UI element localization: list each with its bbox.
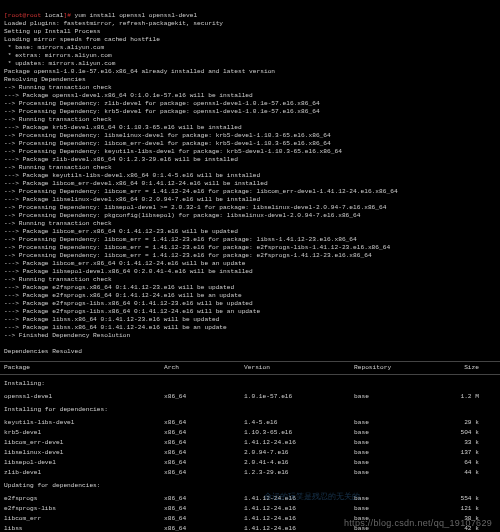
table-row: libcom_err-develx86_641.41.12-24.el6base… xyxy=(0,438,500,448)
cell-size: 554 k xyxy=(424,494,479,504)
col-package: Package xyxy=(4,363,164,373)
cell-ver: 1.41.12-24.el6 xyxy=(244,438,354,448)
cell-pkg: keyutils-libs-devel xyxy=(4,418,164,428)
cell-repo: base xyxy=(354,392,424,402)
cell-ver: 2.0.41-4.el6 xyxy=(244,458,354,468)
installing-deps-label: Installing for dependencies: xyxy=(0,402,500,418)
cell-size: 33 k xyxy=(424,438,479,448)
installing-label: Installing: xyxy=(0,376,500,392)
table-row: e2fsprogsx86_641.41.12-24.el6base554 k xyxy=(0,494,500,504)
cell-size: 504 k xyxy=(424,428,479,438)
cell-pkg: openssl-devel xyxy=(4,392,164,402)
cell-ver: 2.0.94-7.el6 xyxy=(244,448,354,458)
table-row: keyutils-libs-develx86_641.4-5.el6base29… xyxy=(0,418,500,428)
col-arch: Arch xyxy=(164,363,244,373)
cell-pkg: krb5-devel xyxy=(4,428,164,438)
cell-ver: 1.41.12-24.el6 xyxy=(244,524,354,532)
cell-repo: base xyxy=(354,504,424,514)
prompt: [root@root local]# yum install openssl o… xyxy=(4,12,197,19)
cell-arch: x86_64 xyxy=(164,448,244,458)
cell-repo: base xyxy=(354,438,424,448)
cell-repo: base xyxy=(354,418,424,428)
cell-arch: x86_64 xyxy=(164,514,244,524)
table-header-rule xyxy=(0,374,500,375)
cell-size: 137 k xyxy=(424,448,479,458)
cell-repo: base xyxy=(354,458,424,468)
cell-arch: x86_64 xyxy=(164,418,244,428)
cell-size: 1.2 M xyxy=(424,392,479,402)
cell-arch: x86_64 xyxy=(164,468,244,478)
cell-arch: x86_64 xyxy=(164,494,244,504)
dependency-output: Loaded plugins: fastestmirror, refresh-p… xyxy=(4,20,496,356)
cell-repo: base xyxy=(354,494,424,504)
col-size: Size xyxy=(424,363,479,373)
cell-size: 64 k xyxy=(424,458,479,468)
cell-pkg: libss xyxy=(4,524,164,532)
cell-repo: base xyxy=(354,468,424,478)
cell-pkg: zlib-devel xyxy=(4,468,164,478)
watermark-url: https://blog.csdn.net/qq_19107629 xyxy=(344,518,492,528)
cell-pkg: e2fsprogs xyxy=(4,494,164,504)
cell-ver: 1.41.12-24.el6 xyxy=(244,514,354,524)
table-row: libselinux-develx86_642.0.94-7.el6base13… xyxy=(0,448,500,458)
cell-arch: x86_64 xyxy=(164,458,244,468)
table-header: Package Arch Version Repository Size xyxy=(0,363,500,373)
table-top-rule xyxy=(0,361,500,362)
table-row: zlib-develx86_641.2.3-29.el6base44 k xyxy=(0,468,500,478)
cell-arch: x86_64 xyxy=(164,524,244,532)
cell-pkg: libsepol-devel xyxy=(4,458,164,468)
table-row: libsepol-develx86_642.0.41-4.el6base64 k xyxy=(0,458,500,468)
cell-arch: x86_64 xyxy=(164,428,244,438)
cell-ver: 1.10.3-65.el6 xyxy=(244,428,354,438)
watermark-chinese: 命运的玩笑是残忍的无关的 xyxy=(264,491,360,502)
cell-repo: base xyxy=(354,448,424,458)
cell-size: 29 k xyxy=(424,418,479,428)
cell-pkg: libcom_err xyxy=(4,514,164,524)
table-row: krb5-develx86_641.10.3-65.el6base504 k xyxy=(0,428,500,438)
cell-ver: 1.0.1e-57.el6 xyxy=(244,392,354,402)
cell-pkg: e2fsprogs-libs xyxy=(4,504,164,514)
cell-arch: x86_64 xyxy=(164,504,244,514)
cell-size: 121 k xyxy=(424,504,479,514)
table-row: openssl-develx86_641.0.1e-57.el6base1.2 … xyxy=(0,392,500,402)
terminal-output: [root@root local]# yum install openssl o… xyxy=(0,0,500,360)
cell-arch: x86_64 xyxy=(164,392,244,402)
command-text: yum install openssl openssl-devel xyxy=(75,12,198,19)
table-row: e2fsprogs-libsx86_641.41.12-24.el6base12… xyxy=(0,504,500,514)
cell-repo: base xyxy=(354,428,424,438)
cell-size: 44 k xyxy=(424,468,479,478)
col-version: Version xyxy=(244,363,354,373)
cell-ver: 1.2.3-29.el6 xyxy=(244,468,354,478)
cell-ver: 1.41.12-24.el6 xyxy=(244,504,354,514)
cell-pkg: libcom_err-devel xyxy=(4,438,164,448)
cell-arch: x86_64 xyxy=(164,438,244,448)
cell-pkg: libselinux-devel xyxy=(4,448,164,458)
cell-ver: 1.4-5.el6 xyxy=(244,418,354,428)
updating-deps-label: Updating for dependencies: xyxy=(0,478,500,494)
col-repository: Repository xyxy=(354,363,424,373)
